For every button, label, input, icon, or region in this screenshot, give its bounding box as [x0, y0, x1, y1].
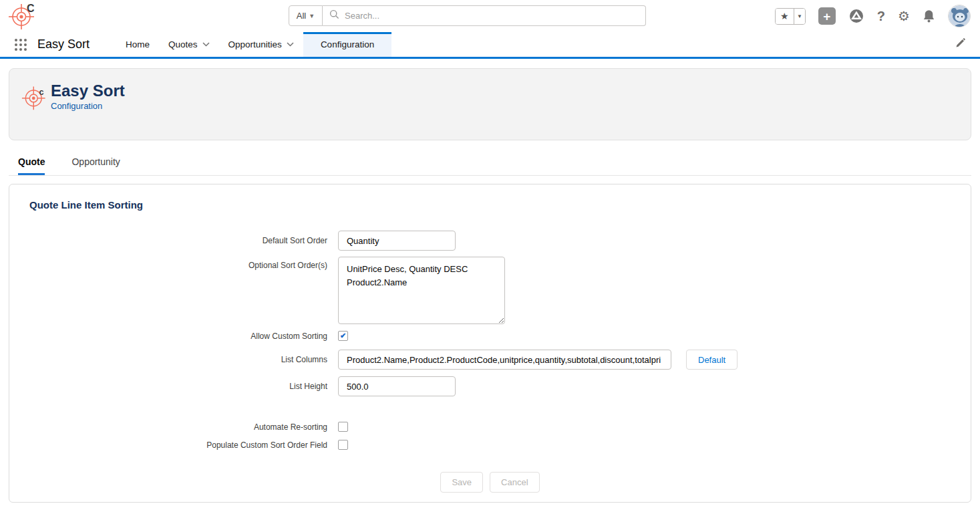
populate-custom-sort-order-label: Populate Custom Sort Order Field: [9, 440, 338, 450]
chevron-down-icon: ▼: [309, 13, 315, 19]
edit-nav-pencil-icon[interactable]: [955, 38, 965, 51]
field-row-allow-custom-sorting: Allow Custom Sorting: [9, 331, 971, 341]
help-icon[interactable]: ?: [877, 9, 885, 24]
app-launcher-waffle-icon[interactable]: [15, 39, 27, 51]
list-columns-label: List Columns: [9, 355, 338, 364]
nav-item-label: Home: [126, 39, 150, 49]
field-row-optional-sort-orders: Optional Sort Order(s) UnitPrice Desc, Q…: [9, 257, 971, 324]
user-avatar[interactable]: [948, 5, 971, 27]
page-content: c Easy Sort Configuration Quote Opportun…: [0, 68, 980, 503]
default-button[interactable]: Default: [686, 350, 738, 370]
favorites-button-group: ★ ▼: [775, 8, 806, 25]
tab-opportunity[interactable]: Opportunity: [71, 156, 120, 175]
tab-quote[interactable]: Quote: [18, 156, 45, 175]
trailhead-icon[interactable]: [848, 8, 864, 24]
populate-custom-sort-order-checkbox[interactable]: [338, 440, 348, 450]
allow-custom-sorting-label: Allow Custom Sorting: [9, 332, 338, 341]
form-actions: Save Cancel: [9, 472, 971, 493]
nav-item-configuration[interactable]: Configuration: [303, 32, 391, 57]
field-row-list-height: List Height: [9, 376, 971, 396]
chevron-down-icon: [287, 42, 294, 47]
global-search: All ▼: [289, 5, 646, 26]
app-navigation-bar: Easy Sort Home Quotes Opportunities Conf…: [0, 32, 980, 59]
svg-text:C: C: [27, 3, 35, 14]
setup-gear-icon[interactable]: ⚙: [898, 8, 910, 24]
search-scope-button[interactable]: All ▼: [289, 5, 323, 26]
list-columns-input[interactable]: [338, 350, 671, 370]
field-row-default-sort-order: Default Sort Order: [9, 231, 971, 251]
default-sort-order-label: Default Sort Order: [9, 236, 338, 245]
optional-sort-orders-label: Optional Sort Order(s): [9, 257, 338, 270]
nav-item-quotes[interactable]: Quotes: [159, 32, 219, 57]
quote-sorting-form-card: Quote Line Item Sorting Default Sort Ord…: [9, 184, 971, 503]
page-title: Easy Sort: [51, 82, 125, 100]
notifications-bell-icon[interactable]: [923, 9, 935, 23]
field-row-list-columns: List Columns Default: [9, 350, 971, 370]
automate-resorting-checkbox[interactable]: [338, 422, 348, 432]
allow-custom-sorting-checkbox[interactable]: [338, 331, 348, 341]
nav-item-label: Configuration: [321, 39, 374, 49]
chevron-down-icon: [202, 42, 210, 47]
nav-item-label: Opportunities: [228, 39, 282, 49]
page-subtitle: Configuration: [51, 101, 125, 111]
tabs-divider: [9, 175, 971, 176]
nav-item-opportunities[interactable]: Opportunities: [219, 32, 303, 57]
default-sort-order-input[interactable]: [338, 231, 456, 251]
search-scope-label: All: [297, 11, 306, 21]
cancel-button[interactable]: Cancel: [490, 472, 539, 493]
header-utility-icons: ★ ▼ + ? ⚙: [775, 0, 971, 32]
favorites-star-icon[interactable]: ★: [776, 9, 794, 24]
field-row-automate-resorting: Automate Re-sorting: [9, 422, 971, 432]
list-height-label: List Height: [9, 382, 338, 391]
app-name: Easy Sort: [37, 37, 90, 51]
global-header: C All ▼ ★ ▼ +: [0, 0, 980, 32]
search-icon: [329, 9, 339, 22]
page-header-card: c Easy Sort Configuration: [9, 68, 971, 140]
company-logo-icon: C: [8, 1, 39, 33]
search-input-box: [323, 5, 646, 26]
optional-sort-orders-textarea[interactable]: UnitPrice Desc, Quantity DESC Product2.N…: [338, 257, 505, 324]
svg-text:c: c: [39, 87, 43, 97]
search-input[interactable]: [345, 11, 639, 21]
nav-item-home[interactable]: Home: [116, 32, 159, 57]
favorites-caret-icon[interactable]: ▼: [794, 9, 805, 24]
form-heading: Quote Line Item Sorting: [29, 199, 971, 211]
save-button[interactable]: Save: [440, 472, 483, 493]
global-actions-plus-icon[interactable]: +: [818, 7, 836, 25]
nav-item-label: Quotes: [168, 39, 198, 49]
list-height-input[interactable]: [338, 376, 456, 396]
easy-sort-logo-icon: c: [21, 84, 49, 114]
field-row-populate-custom-sort-order: Populate Custom Sort Order Field: [9, 440, 971, 450]
automate-resorting-label: Automate Re-sorting: [9, 422, 338, 432]
object-tabs: Quote Opportunity: [9, 156, 971, 175]
